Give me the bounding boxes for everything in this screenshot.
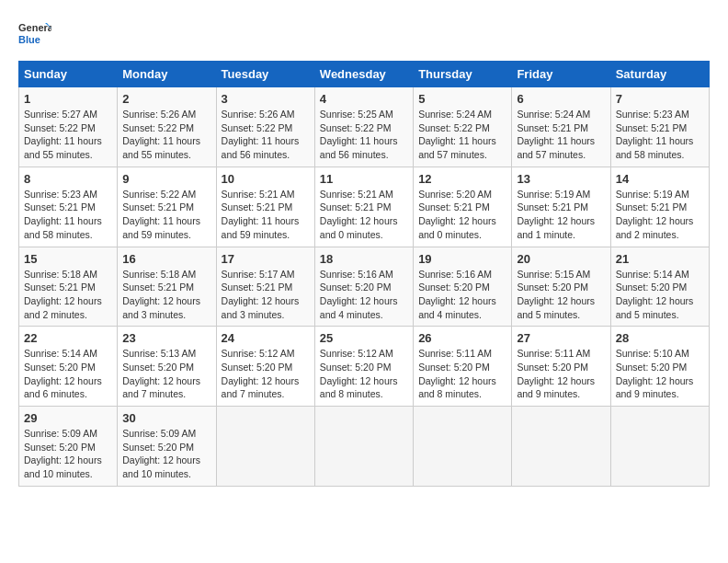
calendar-cell: 21Sunrise: 5:14 AM Sunset: 5:20 PM Dayli… (610, 247, 709, 327)
day-number: 21 (616, 252, 704, 266)
day-number: 9 (122, 172, 210, 186)
day-number: 1 (24, 92, 112, 106)
calendar-cell: 9Sunrise: 5:22 AM Sunset: 5:21 PM Daylig… (118, 167, 216, 247)
calendar-cell: 10Sunrise: 5:21 AM Sunset: 5:21 PM Dayli… (216, 167, 314, 247)
calendar-cell: 18Sunrise: 5:16 AM Sunset: 5:20 PM Dayli… (314, 247, 413, 327)
logo-wordmark: General Blue (18, 18, 51, 52)
weekday-header-cell: Thursday (414, 62, 512, 87)
day-number: 28 (616, 331, 704, 345)
logo: General Blue (18, 18, 51, 52)
weekday-header-cell: Saturday (610, 62, 709, 87)
day-info: Sunrise: 5:10 AM Sunset: 5:20 PM Dayligh… (616, 347, 704, 401)
day-info: Sunrise: 5:17 AM Sunset: 5:21 PM Dayligh… (222, 268, 310, 322)
day-number: 5 (418, 92, 506, 106)
day-number: 13 (517, 172, 605, 186)
calendar-cell: 12Sunrise: 5:20 AM Sunset: 5:21 PM Dayli… (414, 167, 512, 247)
day-info: Sunrise: 5:19 AM Sunset: 5:21 PM Dayligh… (517, 188, 605, 242)
weekday-header-cell: Monday (118, 62, 216, 87)
day-info: Sunrise: 5:18 AM Sunset: 5:21 PM Dayligh… (122, 268, 210, 322)
day-info: Sunrise: 5:12 AM Sunset: 5:20 PM Dayligh… (222, 347, 310, 401)
weekday-header-cell: Friday (512, 62, 610, 87)
day-number: 15 (24, 252, 112, 266)
day-info: Sunrise: 5:20 AM Sunset: 5:21 PM Dayligh… (418, 188, 506, 242)
calendar-cell (314, 407, 413, 487)
calendar-cell: 26Sunrise: 5:11 AM Sunset: 5:20 PM Dayli… (414, 327, 512, 407)
calendar-cell: 15Sunrise: 5:18 AM Sunset: 5:21 PM Dayli… (19, 247, 118, 327)
day-info: Sunrise: 5:18 AM Sunset: 5:21 PM Dayligh… (24, 268, 112, 322)
calendar-week-row: 29Sunrise: 5:09 AM Sunset: 5:20 PM Dayli… (19, 407, 710, 487)
day-number: 24 (222, 331, 310, 345)
day-info: Sunrise: 5:12 AM Sunset: 5:20 PM Dayligh… (320, 347, 408, 401)
day-info: Sunrise: 5:21 AM Sunset: 5:21 PM Dayligh… (320, 188, 408, 242)
svg-text:Blue: Blue (18, 34, 40, 45)
day-number: 25 (320, 331, 408, 345)
calendar-cell (414, 407, 512, 487)
day-info: Sunrise: 5:11 AM Sunset: 5:20 PM Dayligh… (517, 347, 605, 401)
calendar-cell: 16Sunrise: 5:18 AM Sunset: 5:21 PM Dayli… (118, 247, 216, 327)
day-number: 12 (418, 172, 506, 186)
calendar-week-row: 15Sunrise: 5:18 AM Sunset: 5:21 PM Dayli… (19, 247, 710, 327)
day-number: 8 (24, 172, 112, 186)
weekday-header-cell: Wednesday (314, 62, 413, 87)
calendar-cell: 4Sunrise: 5:25 AM Sunset: 5:22 PM Daylig… (314, 87, 413, 167)
day-info: Sunrise: 5:14 AM Sunset: 5:20 PM Dayligh… (616, 268, 704, 322)
day-number: 20 (517, 252, 605, 266)
day-info: Sunrise: 5:23 AM Sunset: 5:21 PM Dayligh… (616, 108, 704, 162)
day-info: Sunrise: 5:23 AM Sunset: 5:21 PM Dayligh… (24, 188, 112, 242)
calendar-week-row: 8Sunrise: 5:23 AM Sunset: 5:21 PM Daylig… (19, 167, 710, 247)
calendar-cell: 8Sunrise: 5:23 AM Sunset: 5:21 PM Daylig… (19, 167, 118, 247)
logo-graphic: General Blue (18, 18, 51, 52)
day-info: Sunrise: 5:19 AM Sunset: 5:21 PM Dayligh… (616, 188, 704, 242)
day-info: Sunrise: 5:27 AM Sunset: 5:22 PM Dayligh… (24, 108, 112, 162)
day-info: Sunrise: 5:09 AM Sunset: 5:20 PM Dayligh… (122, 427, 210, 481)
day-number: 17 (222, 252, 310, 266)
day-number: 22 (24, 331, 112, 345)
calendar-cell: 23Sunrise: 5:13 AM Sunset: 5:20 PM Dayli… (118, 327, 216, 407)
day-info: Sunrise: 5:09 AM Sunset: 5:20 PM Dayligh… (24, 427, 112, 481)
calendar-cell: 14Sunrise: 5:19 AM Sunset: 5:21 PM Dayli… (610, 167, 709, 247)
calendar-cell: 11Sunrise: 5:21 AM Sunset: 5:21 PM Dayli… (314, 167, 413, 247)
day-number: 2 (122, 92, 210, 106)
calendar-cell: 13Sunrise: 5:19 AM Sunset: 5:21 PM Dayli… (512, 167, 610, 247)
calendar-body: 1Sunrise: 5:27 AM Sunset: 5:22 PM Daylig… (19, 87, 710, 487)
day-info: Sunrise: 5:22 AM Sunset: 5:21 PM Dayligh… (122, 188, 210, 242)
calendar-cell: 22Sunrise: 5:14 AM Sunset: 5:20 PM Dayli… (19, 327, 118, 407)
day-number: 18 (320, 252, 408, 266)
calendar-cell: 24Sunrise: 5:12 AM Sunset: 5:20 PM Dayli… (216, 327, 314, 407)
day-number: 30 (122, 411, 210, 425)
day-number: 23 (122, 331, 210, 345)
calendar-cell: 27Sunrise: 5:11 AM Sunset: 5:20 PM Dayli… (512, 327, 610, 407)
day-number: 3 (222, 92, 310, 106)
weekday-header-row: SundayMondayTuesdayWednesdayThursdayFrid… (19, 62, 710, 87)
day-number: 4 (320, 92, 408, 106)
calendar-cell (610, 407, 709, 487)
day-info: Sunrise: 5:14 AM Sunset: 5:20 PM Dayligh… (24, 347, 112, 401)
calendar-cell: 2Sunrise: 5:26 AM Sunset: 5:22 PM Daylig… (118, 87, 216, 167)
day-number: 27 (517, 331, 605, 345)
day-number: 10 (222, 172, 310, 186)
day-info: Sunrise: 5:24 AM Sunset: 5:22 PM Dayligh… (418, 108, 506, 162)
calendar-cell: 20Sunrise: 5:15 AM Sunset: 5:20 PM Dayli… (512, 247, 610, 327)
calendar-cell: 19Sunrise: 5:16 AM Sunset: 5:20 PM Dayli… (414, 247, 512, 327)
logo-svg: General Blue (18, 18, 51, 52)
calendar-cell: 6Sunrise: 5:24 AM Sunset: 5:21 PM Daylig… (512, 87, 610, 167)
day-info: Sunrise: 5:21 AM Sunset: 5:21 PM Dayligh… (222, 188, 310, 242)
calendar-cell: 29Sunrise: 5:09 AM Sunset: 5:20 PM Dayli… (19, 407, 118, 487)
day-number: 29 (24, 411, 112, 425)
calendar-cell: 25Sunrise: 5:12 AM Sunset: 5:20 PM Dayli… (314, 327, 413, 407)
day-number: 19 (418, 252, 506, 266)
day-info: Sunrise: 5:16 AM Sunset: 5:20 PM Dayligh… (418, 268, 506, 322)
calendar-cell: 28Sunrise: 5:10 AM Sunset: 5:20 PM Dayli… (610, 327, 709, 407)
calendar-table: SundayMondayTuesdayWednesdayThursdayFrid… (18, 61, 710, 487)
calendar-cell (216, 407, 314, 487)
day-number: 26 (418, 331, 506, 345)
day-info: Sunrise: 5:24 AM Sunset: 5:21 PM Dayligh… (517, 108, 605, 162)
day-number: 16 (122, 252, 210, 266)
calendar-cell (512, 407, 610, 487)
day-info: Sunrise: 5:16 AM Sunset: 5:20 PM Dayligh… (320, 268, 408, 322)
calendar-cell: 30Sunrise: 5:09 AM Sunset: 5:20 PM Dayli… (118, 407, 216, 487)
calendar-week-row: 22Sunrise: 5:14 AM Sunset: 5:20 PM Dayli… (19, 327, 710, 407)
day-info: Sunrise: 5:25 AM Sunset: 5:22 PM Dayligh… (320, 108, 408, 162)
calendar-cell: 7Sunrise: 5:23 AM Sunset: 5:21 PM Daylig… (610, 87, 709, 167)
calendar-cell: 5Sunrise: 5:24 AM Sunset: 5:22 PM Daylig… (414, 87, 512, 167)
